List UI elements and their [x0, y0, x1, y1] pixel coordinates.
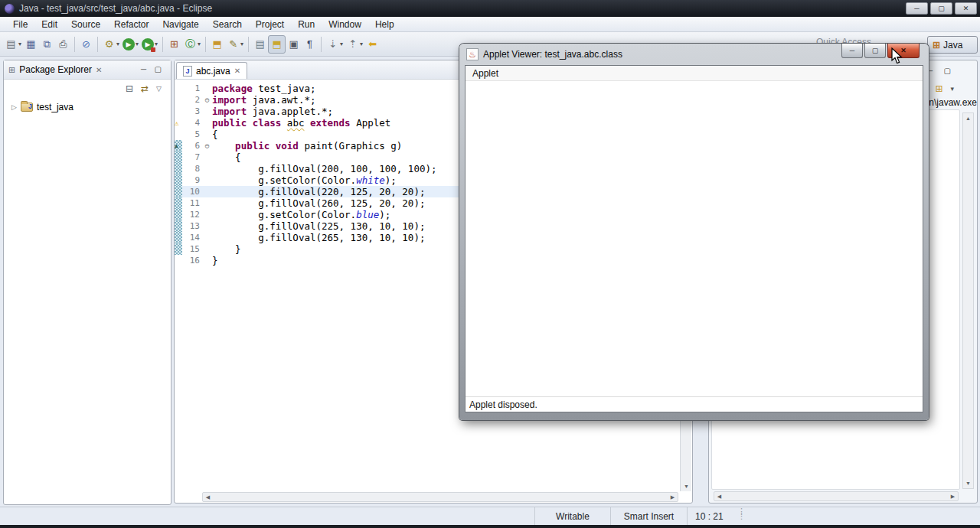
applet-client-area: [466, 81, 923, 396]
coverage-icon[interactable]: Ⓒ▾: [182, 35, 202, 54]
debug-icon[interactable]: ⚙▾: [101, 35, 121, 54]
open-console-icon[interactable]: ⊞: [935, 83, 942, 94]
view-menu-icon[interactable]: ▽: [156, 85, 162, 93]
window-title: Java - test_java/src/test_java/abc.java …: [19, 3, 212, 14]
java-perspective-button[interactable]: ⊞ Java: [927, 36, 978, 54]
last-edit-location-icon[interactable]: ⬅: [364, 35, 381, 54]
applet-maximize-button[interactable]: ▢: [864, 44, 886, 58]
scroll-right-icon[interactable]: ▶: [668, 492, 678, 502]
package-explorer-toolbar: ⊟ ⇄ ▽: [4, 80, 171, 98]
menu-help[interactable]: Help: [368, 18, 401, 31]
applet-window-controls: ─ ▢ ✕: [841, 44, 920, 58]
window-controls: ─ ▢ ✕: [906, 2, 977, 15]
show-whitespace-icon[interactable]: ¶: [302, 35, 318, 54]
menu-bar: FileEditSourceRefactorNavigateSearchProj…: [0, 17, 980, 32]
toolbar-separator: [97, 37, 98, 52]
link-with-editor-icon[interactable]: ⇄: [141, 83, 149, 94]
menu-file[interactable]: File: [6, 18, 34, 31]
menu-window[interactable]: Window: [322, 18, 368, 31]
new-wizard-icon[interactable]: ▤▾: [3, 35, 23, 54]
open-console-dropdown-icon[interactable]: ▾: [950, 85, 954, 93]
ruler-column: [175, 106, 182, 117]
menu-search[interactable]: Search: [206, 18, 249, 31]
print-icon[interactable]: ⎙: [55, 35, 71, 54]
show-source-icon[interactable]: ▣: [286, 35, 302, 54]
editor-horizontal-scrollbar[interactable]: ◀ ▶: [202, 492, 678, 502]
fold-icon[interactable]: ⊖: [202, 94, 212, 106]
scroll-left-icon[interactable]: ◀: [714, 491, 724, 501]
run-external-tools-icon[interactable]: ▶▾: [140, 35, 159, 54]
line-number: 4: [182, 117, 202, 129]
mark-occurrences-icon[interactable]: ⬒: [268, 35, 286, 54]
toolbar-separator: [74, 37, 75, 52]
menu-navigate[interactable]: Navigate: [155, 18, 205, 31]
save-icon[interactable]: ▦: [23, 35, 39, 54]
fold-column: [202, 152, 212, 163]
applet-menu[interactable]: Applet: [472, 68, 498, 79]
mouse-cursor: [891, 47, 904, 69]
run-icon[interactable]: ▶▾: [121, 35, 140, 54]
fold-column: [202, 174, 212, 186]
scroll-right-icon[interactable]: ▶: [948, 491, 958, 501]
applet-status-label: Applet disposed.: [466, 396, 923, 412]
view-minimize-icon[interactable]: ─: [141, 65, 146, 73]
insert-mode-status: Smart Insert: [610, 507, 687, 526]
line-number: 6: [182, 140, 202, 152]
toolbar-separator: [248, 37, 249, 52]
editor-tab-close-icon[interactable]: ✕: [234, 67, 240, 75]
eclipse-logo-icon: [5, 4, 15, 14]
open-resource-icon[interactable]: ⬒: [209, 35, 225, 54]
menu-refactor[interactable]: Refactor: [107, 18, 155, 31]
applet-viewer-window[interactable]: ♨ Applet Viewer: test_java.abc.class ─ ▢…: [459, 44, 929, 420]
next-annotation-icon[interactable]: ⇣▾: [325, 35, 345, 54]
menu-run[interactable]: Run: [291, 18, 322, 31]
toolbar-separator: [205, 37, 206, 52]
scroll-down-icon[interactable]: ▼: [963, 478, 973, 488]
eclipse-title-bar[interactable]: Java - test_java/src/test_java/abc.java …: [0, 0, 980, 17]
warning-icon: ⚠: [175, 118, 178, 129]
package-explorer-tree: ▷test_java: [4, 98, 171, 112]
expand-arrow-icon[interactable]: ▷: [11, 103, 17, 111]
search-mark-icon[interactable]: ✎▾: [225, 35, 245, 54]
applet-menu-bar: Applet: [466, 66, 923, 81]
line-number: 5: [182, 129, 202, 140]
fold-column: [202, 197, 212, 209]
editor-tab-abcjava[interactable]: J abc.java ✕: [176, 62, 247, 79]
skip-all-breakpoints-icon[interactable]: ⊘: [78, 35, 94, 54]
externalize-strings-icon[interactable]: ▤: [252, 35, 268, 54]
previous-annotation-icon[interactable]: ⇡▾: [345, 35, 364, 54]
console-process-label: bin\javaw.exe: [922, 97, 977, 108]
maximize-button[interactable]: ▢: [930, 2, 952, 15]
package-explorer-close-icon[interactable]: ✕: [96, 66, 102, 74]
scroll-left-icon[interactable]: ◀: [203, 492, 213, 502]
fold-column: [202, 186, 212, 197]
menu-project[interactable]: Project: [249, 18, 291, 31]
console-vertical-scrollbar[interactable]: ▲ ▼: [962, 112, 974, 489]
new-java-project-icon[interactable]: ⊞: [166, 35, 182, 54]
console-horizontal-scrollbar[interactable]: ◀ ▶: [714, 491, 959, 501]
ruler-column: [175, 255, 182, 266]
scroll-up-icon[interactable]: ▲: [963, 113, 973, 123]
view-maximize-icon[interactable]: ▢: [155, 65, 162, 73]
tree-item-test_java[interactable]: ▷test_java: [4, 98, 171, 112]
line-number: 1: [182, 83, 202, 94]
menu-edit[interactable]: Edit: [34, 18, 64, 31]
ruler-column: [175, 174, 182, 186]
ruler-column: [175, 94, 182, 106]
applet-viewer-title: Applet Viewer: test_java.abc.class: [483, 49, 622, 60]
applet-minimize-button[interactable]: ─: [841, 44, 863, 58]
line-number: 10: [182, 186, 202, 197]
ruler-column: [175, 83, 182, 94]
menu-source[interactable]: Source: [64, 18, 107, 31]
fold-icon[interactable]: ⊖: [202, 140, 212, 152]
minimize-button[interactable]: ─: [906, 2, 928, 15]
ruler-column: ⚠: [175, 117, 182, 129]
collapse-all-icon[interactable]: ⊟: [126, 83, 133, 94]
package-explorer-tab[interactable]: ⊞ Package Explorer ✕ ─ ▢: [4, 60, 171, 80]
tree-item-label: test_java: [37, 102, 74, 112]
scroll-down-icon[interactable]: ▼: [681, 481, 691, 491]
close-button[interactable]: ✕: [955, 2, 977, 15]
console-maximize-icon[interactable]: ▢: [944, 67, 951, 75]
statusbar-handle-icon: ⋮⋮: [737, 509, 746, 518]
save-all-icon[interactable]: ⧉: [39, 35, 55, 54]
